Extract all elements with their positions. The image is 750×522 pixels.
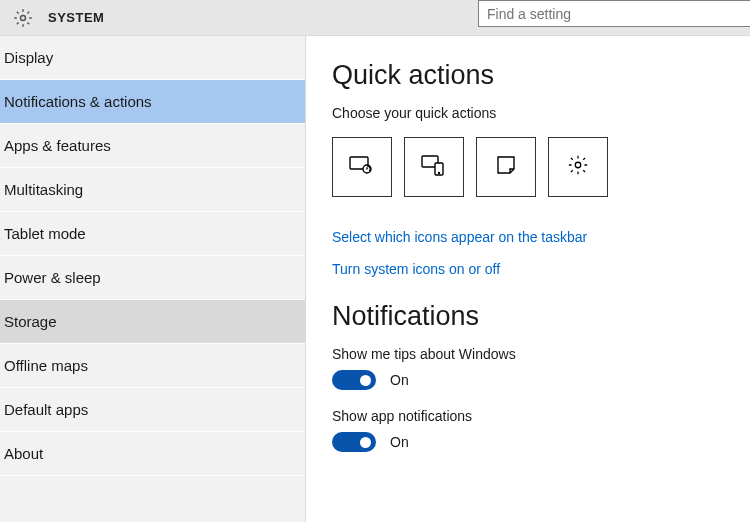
- sidebar-item-multitasking[interactable]: Multitasking: [0, 168, 305, 212]
- quick-action-tiles: [332, 137, 750, 197]
- main-panel: Quick actions Choose your quick actions: [306, 36, 750, 522]
- sidebar-item-offline-maps[interactable]: Offline maps: [0, 344, 305, 388]
- sidebar-item-label: Display: [4, 49, 53, 66]
- tips-toggle[interactable]: [332, 370, 376, 390]
- svg-point-6: [575, 162, 581, 168]
- search-box[interactable]: [478, 0, 750, 27]
- sidebar-item-label: Default apps: [4, 401, 88, 418]
- quick-tile-tablet[interactable]: [332, 137, 392, 197]
- sidebar-item-tablet-mode[interactable]: Tablet mode: [0, 212, 305, 256]
- quick-tile-settings[interactable]: [548, 137, 608, 197]
- note-icon: [495, 154, 517, 180]
- sidebar-item-storage[interactable]: Storage: [0, 300, 305, 344]
- sidebar-item-display[interactable]: Display: [0, 36, 305, 80]
- notifications-heading: Notifications: [332, 301, 750, 332]
- connect-icon: [421, 154, 447, 180]
- quick-actions-heading: Quick actions: [332, 60, 750, 91]
- sidebar-item-label: Multitasking: [4, 181, 83, 198]
- sidebar-item-apps-features[interactable]: Apps & features: [0, 124, 305, 168]
- sidebar-item-label: About: [4, 445, 43, 462]
- svg-point-5: [439, 173, 440, 174]
- sidebar-item-label: Notifications & actions: [4, 93, 152, 110]
- app-notifications-label: Show app notifications: [332, 408, 750, 424]
- sidebar: Display Notifications & actions Apps & f…: [0, 36, 306, 522]
- link-taskbar-icons[interactable]: Select which icons appear on the taskbar: [332, 229, 750, 245]
- sidebar-item-notifications-actions[interactable]: Notifications & actions: [0, 80, 305, 124]
- tablet-tap-icon: [349, 154, 375, 180]
- sidebar-item-about[interactable]: About: [0, 432, 305, 476]
- gear-icon: [12, 7, 34, 29]
- svg-point-0: [21, 15, 26, 20]
- sidebar-item-default-apps[interactable]: Default apps: [0, 388, 305, 432]
- link-system-icons[interactable]: Turn system icons on or off: [332, 261, 750, 277]
- app-notifications-toggle[interactable]: [332, 432, 376, 452]
- search-input[interactable]: [487, 6, 742, 22]
- sidebar-item-label: Storage: [4, 313, 57, 330]
- sidebar-item-label: Apps & features: [4, 137, 111, 154]
- tips-toggle-state: On: [390, 372, 409, 388]
- sidebar-item-label: Offline maps: [4, 357, 88, 374]
- quick-tile-connect[interactable]: [404, 137, 464, 197]
- quick-actions-sub: Choose your quick actions: [332, 105, 750, 121]
- tips-label: Show me tips about Windows: [332, 346, 750, 362]
- sidebar-item-power-sleep[interactable]: Power & sleep: [0, 256, 305, 300]
- window-title: SYSTEM: [48, 10, 104, 25]
- quick-tile-note[interactable]: [476, 137, 536, 197]
- sidebar-item-label: Tablet mode: [4, 225, 86, 242]
- sidebar-item-label: Power & sleep: [4, 269, 101, 286]
- app-notifications-toggle-state: On: [390, 434, 409, 450]
- settings-gear-icon: [567, 154, 589, 180]
